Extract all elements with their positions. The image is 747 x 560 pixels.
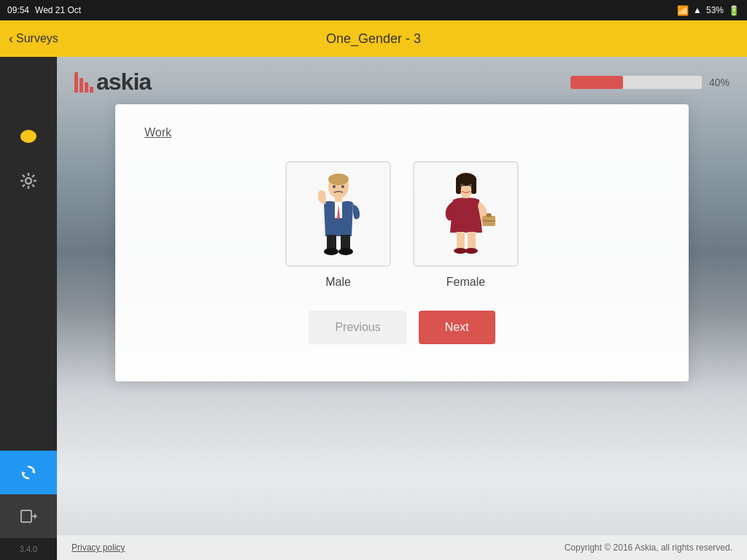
svg-rect-17 xyxy=(21,510,31,522)
wifi-icon: 📶 xyxy=(677,5,689,16)
sidebar-item-chat[interactable] xyxy=(0,115,57,159)
askia-logo: askia xyxy=(74,69,151,96)
exit-icon xyxy=(19,507,38,526)
female-label: Female xyxy=(446,276,485,289)
female-image-box xyxy=(413,161,519,267)
status-time: 09:54 xyxy=(7,5,29,15)
content-header: askia 40% xyxy=(57,57,747,104)
svg-point-43 xyxy=(465,248,478,254)
svg-rect-22 xyxy=(335,197,342,203)
sync-icon xyxy=(18,462,39,483)
svg-point-31 xyxy=(318,190,325,198)
status-bar: 09:54 Wed 21 Oct 📶 ▲ 53% 🔋 xyxy=(0,0,747,20)
askia-logo-bars xyxy=(74,72,93,93)
version-label: 3.4.0 xyxy=(0,538,57,560)
progress-bar-fill xyxy=(570,76,623,89)
askia-logo-text: askia xyxy=(96,69,151,96)
svg-rect-40 xyxy=(457,232,465,249)
battery-percent: 53% xyxy=(706,5,724,15)
main-content: askia 40% Work xyxy=(57,57,747,538)
sidebar: 3.4.0 xyxy=(0,20,57,560)
progress-container: 40% xyxy=(570,76,729,89)
svg-point-47 xyxy=(469,189,471,191)
sidebar-bottom: 3.4.0 xyxy=(0,451,57,560)
female-figure-icon xyxy=(430,171,503,258)
svg-point-21 xyxy=(328,174,349,185)
footer: Privacy policy Copyright © 2016 Askia, a… xyxy=(57,535,747,560)
svg-rect-34 xyxy=(456,178,461,194)
settings-icon xyxy=(19,171,38,190)
male-image-box xyxy=(285,161,391,267)
svg-line-12 xyxy=(32,184,34,187)
signal-icon: ▲ xyxy=(693,5,702,15)
gender-option-female[interactable]: Female xyxy=(413,161,519,289)
question-label: Work xyxy=(144,126,659,139)
logo-bar-4 xyxy=(90,87,93,93)
back-label: Surveys xyxy=(16,32,58,45)
chat-icon xyxy=(18,127,39,147)
sync-button[interactable] xyxy=(0,451,57,494)
svg-rect-35 xyxy=(471,178,476,194)
svg-line-13 xyxy=(32,175,34,177)
progress-text: 40% xyxy=(709,77,729,88)
logo-bar-1 xyxy=(74,72,78,93)
logo-bar-2 xyxy=(80,78,83,93)
svg-point-28 xyxy=(338,248,353,255)
sidebar-item-settings[interactable] xyxy=(0,159,57,203)
status-left: 09:54 Wed 21 Oct xyxy=(7,5,81,15)
next-button[interactable]: Next xyxy=(419,311,495,344)
svg-point-27 xyxy=(324,248,338,255)
svg-point-29 xyxy=(333,185,336,188)
nav-buttons: Previous Next xyxy=(144,311,659,344)
privacy-policy-link[interactable]: Privacy policy xyxy=(71,542,125,553)
svg-line-14 xyxy=(23,184,25,187)
back-button[interactable]: ‹ Surveys xyxy=(9,31,58,47)
male-figure-icon xyxy=(302,171,375,258)
exit-button[interactable] xyxy=(0,494,57,538)
svg-point-30 xyxy=(341,185,344,188)
svg-point-46 xyxy=(460,189,462,191)
battery-icon: 🔋 xyxy=(728,5,740,16)
copyright-text: Copyright © 2016 Askia, all rights reser… xyxy=(565,542,732,553)
top-nav-bar: ‹ Surveys One_Gender - 3 xyxy=(0,20,747,57)
svg-point-44 xyxy=(460,184,463,187)
sidebar-items xyxy=(0,115,57,451)
gender-option-male[interactable]: Male xyxy=(285,161,391,289)
svg-marker-19 xyxy=(34,513,37,519)
nav-title: One_Gender - 3 xyxy=(326,31,421,47)
svg-point-45 xyxy=(469,184,472,187)
survey-card: Work xyxy=(115,104,689,381)
progress-bar-background xyxy=(570,76,702,89)
male-label: Male xyxy=(325,276,351,289)
status-date: Wed 21 Oct xyxy=(35,5,81,15)
svg-point-6 xyxy=(26,178,31,184)
svg-rect-38 xyxy=(487,214,491,217)
svg-line-11 xyxy=(23,175,25,177)
logo-bar-3 xyxy=(85,82,88,93)
back-chevron-icon: ‹ xyxy=(9,31,13,47)
svg-rect-41 xyxy=(468,232,476,249)
status-right: 📶 ▲ 53% 🔋 xyxy=(677,5,740,16)
gender-options: Male xyxy=(144,161,659,289)
previous-button[interactable]: Previous xyxy=(309,311,406,344)
